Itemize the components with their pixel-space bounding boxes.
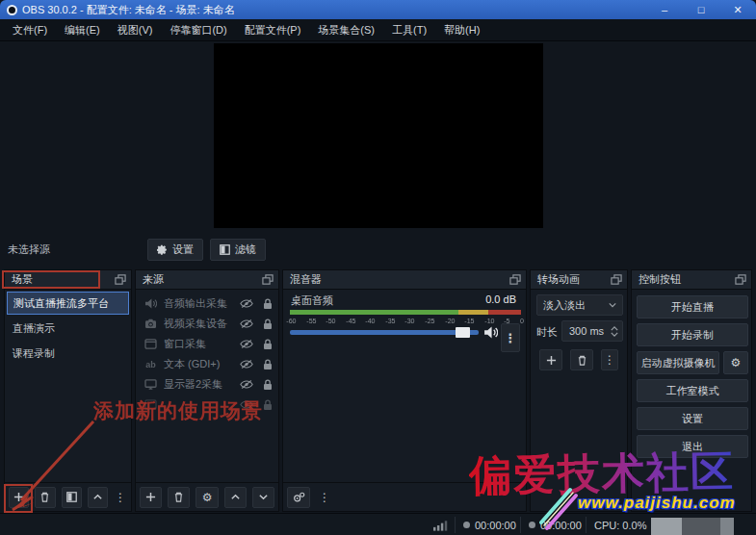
mixer-dock-title: 混音器: [290, 272, 322, 287]
menu-tools[interactable]: 工具(T): [383, 19, 435, 40]
start-streaming-button[interactable]: 开始直播: [637, 295, 748, 318]
lock-icon[interactable]: [263, 379, 273, 391]
menu-view[interactable]: 视图(V): [109, 19, 162, 40]
studio-mode-button[interactable]: 工作室模式: [637, 379, 748, 402]
source-row[interactable]: 窗口采集: [136, 334, 278, 354]
chevron-down-icon: [609, 301, 616, 309]
mixer-channel-name: 桌面音频: [291, 293, 333, 308]
scene-more-button[interactable]: ⋮: [114, 487, 127, 508]
menu-file[interactable]: 文件(F): [4, 19, 56, 40]
source-label: 文本 (GDI+): [164, 357, 240, 371]
source-filters-button[interactable]: 滤镜: [210, 239, 266, 261]
maximize-button[interactable]: □: [683, 0, 719, 19]
remove-source-button[interactable]: [168, 487, 190, 508]
menu-bar: 文件(F) 编辑(E) 视图(V) 停靠窗口(D) 配置文件(P) 场景集合(S…: [0, 19, 756, 41]
speaker-icon: [143, 298, 158, 309]
source-row[interactable]: 显示器2采集: [136, 374, 278, 395]
settings-button[interactable]: 设置: [637, 407, 748, 430]
stream-time: 00:00:00: [463, 514, 516, 535]
fader-handle[interactable]: [456, 327, 470, 338]
sources-dock-title: 来源: [143, 272, 164, 287]
minimize-button[interactable]: –: [646, 0, 683, 19]
source-row[interactable]: 音频输出采集: [136, 293, 278, 314]
censor-block: [720, 518, 734, 535]
trash-icon: [173, 492, 184, 502]
remove-scene-button[interactable]: [35, 487, 55, 508]
menu-docks[interactable]: 停靠窗口(D): [161, 19, 235, 40]
virtual-camera-settings-button[interactable]: ⚙: [723, 351, 748, 374]
volume-meter: [290, 310, 521, 315]
start-virtual-camera-button[interactable]: 启动虚拟摄像机: [637, 351, 719, 374]
duration-spinner[interactable]: 300 ms: [561, 320, 623, 342]
scene-item[interactable]: 测试直播推流多平台: [7, 292, 129, 315]
menu-help[interactable]: 帮助(H): [435, 19, 488, 40]
eye-slash-icon[interactable]: [240, 318, 253, 329]
speaker-icon[interactable]: [483, 326, 498, 339]
eye-slash-icon[interactable]: [240, 359, 253, 369]
eye-slash-icon[interactable]: [240, 379, 253, 390]
transitions-dock-header[interactable]: 转场动画: [531, 270, 627, 290]
popout-icon[interactable]: [262, 274, 274, 285]
source-row[interactable]: 视频采集设备: [136, 314, 278, 334]
menu-scene-collection[interactable]: 场景集合(S): [309, 19, 383, 40]
preview-canvas[interactable]: [214, 43, 543, 228]
chevron-up-icon[interactable]: [611, 326, 618, 331]
popout-icon[interactable]: [611, 274, 622, 285]
chevron-down-icon[interactable]: [611, 332, 618, 337]
advanced-audio-button[interactable]: [287, 487, 310, 508]
mixer-dock-header[interactable]: 混音器: [283, 270, 526, 290]
source-label: 视频采集设备: [164, 317, 240, 331]
move-scene-up-button[interactable]: [88, 487, 108, 508]
move-source-down-button[interactable]: [252, 487, 274, 508]
add-transition-button[interactable]: [539, 349, 562, 370]
popout-icon[interactable]: [115, 274, 126, 285]
lock-icon[interactable]: [263, 318, 273, 330]
lock-icon[interactable]: [263, 359, 273, 370]
transition-properties-button[interactable]: ⋮: [601, 349, 618, 370]
source-settings-button[interactable]: 设置: [147, 239, 203, 261]
scene-item[interactable]: 直播演示: [7, 317, 129, 340]
duration-value: 300 ms: [569, 325, 604, 337]
close-button[interactable]: ✕: [719, 0, 756, 19]
lock-icon[interactable]: [263, 339, 273, 350]
window-icon: [143, 339, 158, 349]
start-recording-button[interactable]: 开始录制: [637, 323, 748, 346]
volume-fader[interactable]: [290, 330, 479, 335]
move-source-up-button[interactable]: [224, 487, 247, 508]
transition-select[interactable]: 淡入淡出: [536, 294, 623, 316]
source-settings-label: 设置: [172, 242, 194, 257]
source-label: 窗口采集: [164, 337, 240, 351]
filter-icon: [66, 492, 77, 502]
censor-block: [682, 518, 720, 535]
scene-filters-button[interactable]: [62, 487, 82, 508]
popout-icon[interactable]: [509, 274, 521, 285]
transitions-dock-title: 转场动画: [537, 272, 580, 287]
scenes-dock: 场景 测试直播推流多平台 直播演示 课程录制 ⋮: [4, 269, 132, 512]
sources-toolbar: ⚙: [136, 482, 278, 511]
trash-icon: [39, 492, 50, 502]
watermark-url: www.paijishu.com: [578, 494, 736, 513]
eye-slash-icon[interactable]: [240, 298, 253, 309]
title-bar[interactable]: OBS 30.0.2 - 配置文件: 未命名 - 场景: 未命名 – □ ✕: [0, 0, 756, 19]
add-source-button[interactable]: [140, 487, 162, 508]
camera-icon: [143, 318, 158, 329]
source-label: 音频输出采集: [164, 296, 240, 311]
menu-edit[interactable]: 编辑(E): [56, 19, 109, 40]
chevron-up-icon: [92, 492, 103, 502]
controls-dock-title: 控制按钮: [639, 272, 681, 287]
lock-icon[interactable]: [263, 298, 273, 310]
menu-profile[interactable]: 配置文件(P): [236, 19, 310, 40]
sources-dock-header[interactable]: 来源: [136, 270, 278, 290]
source-properties-button[interactable]: ⚙: [196, 487, 218, 508]
mixer-channel-menu-button[interactable]: ⋮: [501, 323, 520, 352]
eye-slash-icon[interactable]: [240, 339, 253, 349]
mixer-more-button[interactable]: ⋮: [316, 487, 333, 508]
text-icon: ab: [143, 360, 158, 369]
stream-status-dot-icon: [463, 522, 470, 528]
source-filters-label: 滤镜: [235, 242, 256, 257]
remove-transition-button[interactable]: [570, 349, 593, 370]
source-row[interactable]: ab 文本 (GDI+): [136, 354, 278, 374]
scene-item[interactable]: 课程录制: [7, 342, 129, 365]
controls-dock-header[interactable]: 控制按钮: [632, 270, 751, 290]
popout-icon[interactable]: [735, 274, 746, 285]
